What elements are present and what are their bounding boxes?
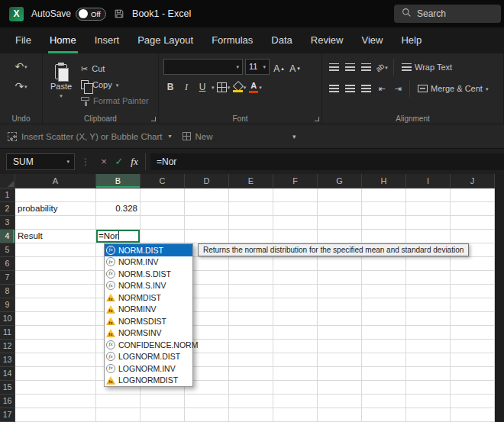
cell-E9[interactable] (229, 298, 273, 312)
cell-I6[interactable] (406, 257, 451, 271)
cell-I11[interactable] (406, 326, 451, 340)
clipboard-dialog-launcher-icon[interactable] (151, 117, 156, 121)
cell-H8[interactable] (362, 285, 406, 298)
cell-I3[interactable] (406, 216, 451, 230)
row-header-4[interactable]: 4 (0, 230, 15, 243)
redo-button[interactable]: ↷▾ (15, 79, 28, 94)
cell-E6[interactable] (229, 257, 273, 271)
cancel-button[interactable]: × (96, 156, 111, 167)
row-header-14[interactable]: 14 (0, 367, 15, 381)
wrap-text-button[interactable]: Wrap Text (399, 63, 455, 72)
autocomplete-item-CONFIDENCE.NORM[interactable]: fxCONFIDENCE.NORM (105, 339, 192, 351)
row-header-13[interactable]: 13 (0, 353, 15, 367)
autocomplete-item-NORMINV[interactable]: fxNORMINV (105, 304, 192, 316)
cell-H6[interactable] (362, 257, 406, 271)
cut-button[interactable]: ✂ Cut (79, 62, 149, 76)
row-header-12[interactable]: 12 (0, 340, 15, 353)
cell-G12[interactable] (318, 340, 362, 353)
cell-D16[interactable] (185, 395, 229, 408)
toolbar-overflow-chevron-icon[interactable]: ▾ (292, 133, 296, 140)
italic-button[interactable]: I (179, 79, 193, 95)
cell-E17[interactable] (229, 408, 273, 422)
column-header-J[interactable]: J (451, 174, 495, 188)
cell-F6[interactable] (273, 257, 318, 271)
align-bottom-button[interactable] (359, 60, 373, 75)
cell-C17[interactable] (141, 408, 185, 422)
cell-A6[interactable] (15, 257, 96, 271)
cell-A13[interactable] (15, 353, 96, 367)
cell-I9[interactable] (406, 298, 451, 312)
row-header-2[interactable]: 2 (0, 202, 15, 216)
cell-G3[interactable] (318, 216, 362, 230)
tab-insert[interactable]: Insert (86, 27, 129, 53)
cell-C16[interactable] (141, 395, 185, 408)
cell-J9[interactable] (451, 298, 495, 312)
tab-data[interactable]: Data (262, 27, 301, 53)
borders-button[interactable]: ▾ (217, 79, 231, 95)
cell-H10[interactable] (362, 312, 406, 326)
cell-J6[interactable] (451, 257, 495, 271)
cell-J10[interactable] (451, 312, 495, 326)
cell-I15[interactable] (406, 381, 451, 395)
name-box[interactable]: SUM ▾ (6, 153, 75, 170)
cell-A8[interactable] (15, 285, 96, 298)
cell-A17[interactable] (15, 408, 96, 422)
row-header-10[interactable]: 10 (0, 312, 15, 326)
cell-H11[interactable] (362, 326, 406, 340)
cell-I14[interactable] (406, 367, 451, 381)
formula-input[interactable]: =Nor (150, 153, 504, 170)
column-header-A[interactable]: A (15, 174, 96, 188)
cell-J17[interactable] (451, 408, 495, 422)
chevron-down-icon[interactable]: ▾ (212, 85, 215, 90)
cell-A4[interactable]: Result (15, 230, 96, 243)
cell-J16[interactable] (451, 395, 495, 408)
cell-F3[interactable] (273, 216, 318, 230)
cell-G15[interactable] (318, 381, 362, 395)
row-header-1[interactable]: 1 (0, 188, 15, 202)
cell-E16[interactable] (229, 395, 273, 408)
cell-A5[interactable] (15, 243, 96, 257)
undo-button[interactable]: ↶▾ (15, 59, 28, 74)
cell-J8[interactable] (451, 285, 495, 298)
column-header-C[interactable]: C (141, 174, 185, 188)
insert-chart-button[interactable]: Insert Scatter (X, Y) or Bubble Chart (21, 132, 163, 141)
column-header-B[interactable]: B (96, 174, 141, 188)
column-header-E[interactable]: E (229, 174, 273, 188)
cell-G7[interactable] (318, 271, 362, 285)
row-header-8[interactable]: 8 (0, 285, 15, 298)
column-header-H[interactable]: H (362, 174, 406, 188)
cell-E2[interactable] (229, 202, 273, 216)
cell-H1[interactable] (362, 188, 406, 202)
font-name-combobox[interactable]: ▾ (163, 59, 243, 75)
drag-handle-icon[interactable]: ⋮ (81, 156, 90, 167)
align-middle-button[interactable] (343, 60, 357, 75)
cell-F13[interactable] (273, 353, 318, 367)
cell-G2[interactable] (318, 202, 362, 216)
cell-F8[interactable] (273, 285, 318, 298)
cell-A14[interactable] (15, 367, 96, 381)
cell-B4[interactable]: =Nor (96, 230, 141, 243)
cell-F4[interactable] (273, 230, 318, 243)
cell-G10[interactable] (318, 312, 362, 326)
cell-I1[interactable] (406, 188, 451, 202)
cell-H2[interactable] (362, 202, 406, 216)
cell-H16[interactable] (362, 395, 406, 408)
cell-E13[interactable] (229, 353, 273, 367)
cell-I2[interactable] (406, 202, 451, 216)
align-left-button[interactable] (327, 81, 341, 96)
cell-B3[interactable] (96, 216, 141, 230)
row-header-9[interactable]: 9 (0, 298, 15, 312)
column-header-F[interactable]: F (273, 174, 318, 188)
cell-J4[interactable] (451, 230, 495, 243)
select-all-button[interactable] (0, 174, 15, 188)
excel-logo-icon[interactable]: X (9, 7, 24, 21)
row-header-11[interactable]: 11 (0, 326, 15, 340)
cell-F17[interactable] (273, 408, 318, 422)
autocomplete-item-NORM.INV[interactable]: fxNORM.INV (105, 256, 192, 269)
row-header-17[interactable]: 17 (0, 408, 15, 422)
cell-B2[interactable]: 0.328 (96, 202, 141, 216)
cell-D4[interactable] (185, 230, 229, 243)
merge-center-button[interactable]: Merge & Cent▾ (415, 84, 491, 93)
autocomplete-item-LOGNORMDIST[interactable]: fxLOGNORMDIST (105, 375, 192, 387)
autocomplete-item-LOGNORM.DIST[interactable]: fxLOGNORM.DIST (105, 351, 192, 363)
